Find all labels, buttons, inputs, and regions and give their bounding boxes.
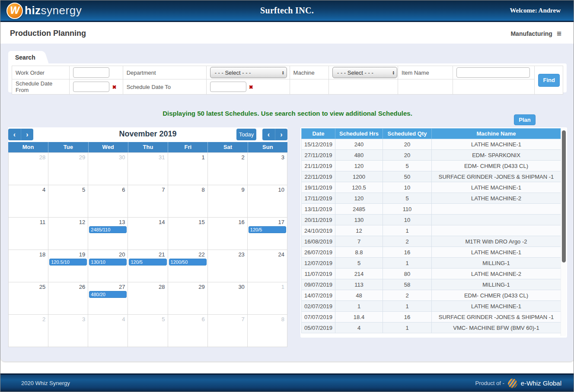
calendar-day-cell[interactable]: 15 <box>168 218 208 250</box>
table-row[interactable]: 27/11/201948020EDM- SPARKONIX <box>302 150 561 161</box>
calendar-prev-button[interactable]: ‹ <box>262 129 275 140</box>
calendar-day-cell[interactable]: 30 <box>208 282 248 315</box>
table-row[interactable]: 26/07/20198.816LATHE MACHINE-1 <box>302 247 561 258</box>
table-row[interactable]: 16/08/201972M1TR With DRO Argo -2 <box>302 236 561 247</box>
calendar-day-cell[interactable]: 19120.5/10 <box>48 250 88 282</box>
calendar-dow-label: Mon <box>8 142 48 152</box>
clear-date-to-icon[interactable]: ✖ <box>249 84 253 90</box>
calendar-day-cell[interactable]: 28 <box>9 153 48 185</box>
schedule-event-bar[interactable]: 120.5/10 <box>49 259 87 266</box>
table-row[interactable]: 12/07/201951MILLING-1 <box>302 258 561 269</box>
table-cell: 12/07/2019 <box>302 258 335 269</box>
table-row[interactable]: 24/10/2019121 <box>302 225 561 236</box>
day-number: 18 <box>9 250 48 258</box>
calendar-day-cell[interactable]: 8 <box>168 185 208 218</box>
calendar-day-cell[interactable]: 1 <box>248 282 287 315</box>
hamburger-menu-icon[interactable]: ≡ <box>557 29 561 38</box>
table-cell: 17/11/2019 <box>302 193 335 204</box>
calendar-day-cell[interactable]: 14 <box>128 218 168 250</box>
calendar-day-cell[interactable]: 10 <box>248 185 287 218</box>
table-cell <box>432 225 561 236</box>
table-row[interactable]: 11/07/201921480LATHE MACHINE-2 <box>302 269 561 279</box>
calendar-day-cell[interactable]: 25 <box>9 282 48 315</box>
calendar-day-cell[interactable]: 8 <box>248 315 287 347</box>
table-scrollbar-thumb[interactable] <box>562 130 566 262</box>
table-row[interactable]: 07/07/201918.416SURFACE GRINDER -JONES &… <box>302 312 561 322</box>
table-cell: LATHE MACHINE-1 <box>432 182 561 193</box>
schedule-event-bar[interactable]: 120/5 <box>129 259 166 266</box>
table-scrollbar-track[interactable] <box>561 128 566 336</box>
department-select[interactable]: - - - Select - - - ▴▾ <box>210 67 287 78</box>
calendar-day-cell[interactable]: 6 <box>88 185 128 218</box>
machine-label: Machine <box>290 66 328 79</box>
calendar-day-cell[interactable]: 6 <box>168 315 208 347</box>
calendar-day-cell[interactable]: 4 <box>9 185 48 218</box>
table-cell: 5 <box>383 161 432 171</box>
calendar-day-cell[interactable]: 4 <box>88 315 128 347</box>
tab-search[interactable]: Search <box>8 51 41 64</box>
table-row[interactable]: 20/11/201913010 <box>302 215 561 225</box>
work-order-input[interactable] <box>73 67 109 78</box>
calendar-day-cell[interactable]: 7 <box>208 315 248 347</box>
table-row[interactable]: 05/07/201941VMC- MACHINE BFW (BMV 60)-1 <box>302 322 561 333</box>
calendar-day-cell[interactable]: 11 <box>9 218 48 250</box>
table-row[interactable]: 15/12/201924020LATHE MACHINE-1 <box>302 139 561 150</box>
schedule-event-bar[interactable]: 120/5 <box>249 226 286 233</box>
calendar-day-cell[interactable]: 31 <box>128 153 168 185</box>
schedule-date-to-input[interactable] <box>210 82 246 92</box>
table-row[interactable]: 22/11/2019120050SURFACE GRINDER -JONES &… <box>302 171 561 182</box>
table-row[interactable]: 02/07/201911LATHE MACHINE-1 <box>302 301 561 312</box>
calendar-day-cell[interactable]: 27480/20 <box>88 282 128 315</box>
calendar-day-cell[interactable]: 20130/10 <box>88 250 128 282</box>
calendar-day-cell[interactable]: 5 <box>48 185 88 218</box>
calendar-day-cell[interactable]: 3 <box>248 153 287 185</box>
calendar-day-cell[interactable]: 221200/50 <box>168 250 208 282</box>
table-row[interactable]: 21/11/20191205EDM- CHMER (D433 CL) <box>302 161 561 171</box>
clear-date-from-icon[interactable]: ✖ <box>112 84 116 90</box>
schedule-event-bar[interactable]: 2485/110 <box>89 226 127 233</box>
calendar-day-cell[interactable]: 21120/5 <box>128 250 168 282</box>
schedule-event-bar[interactable]: 480/20 <box>89 291 127 298</box>
module-menu[interactable]: Manufacturing ≡ <box>510 29 561 38</box>
calendar-day-cell[interactable]: 16 <box>208 218 248 250</box>
calendar-today-button[interactable]: Today <box>236 129 256 140</box>
calendar-day-cell[interactable]: 132485/110 <box>88 218 128 250</box>
calendar-day-cell[interactable]: 9 <box>208 185 248 218</box>
calendar-day-cell[interactable]: 2 <box>208 153 248 185</box>
calendar-day-cell[interactable]: 29 <box>48 153 88 185</box>
table-row[interactable]: 19/11/2019120.510LATHE MACHINE-1 <box>302 182 561 193</box>
day-number: 29 <box>48 153 88 161</box>
plan-button[interactable]: Plan <box>514 114 536 125</box>
table-row[interactable]: 09/07/201911358MILLING-1 <box>302 279 561 290</box>
machine-select[interactable]: - - - Select - - - ▴▾ <box>332 67 397 78</box>
schedule-event-bar[interactable]: 130/10 <box>89 259 127 266</box>
table-row[interactable]: 13/11/20192485110 <box>302 204 561 215</box>
schedule-date-from-input[interactable] <box>73 82 109 92</box>
day-number: 2 <box>208 153 247 161</box>
calendar-day-cell[interactable]: 5 <box>128 315 168 347</box>
schedule-event-bar[interactable]: 1200/50 <box>169 259 207 266</box>
calendar-day-cell[interactable]: 3 <box>48 315 88 347</box>
calendar-day-cell[interactable]: 17120/5 <box>248 218 287 250</box>
day-number: 12 <box>48 218 88 225</box>
calendar-day-cell[interactable]: 28 <box>128 282 168 315</box>
calendar-day-cell[interactable]: 2 <box>9 315 48 347</box>
calendar-next-button[interactable]: › <box>275 129 287 140</box>
find-button[interactable]: Find <box>538 74 560 87</box>
table-row[interactable]: 14/07/2019482EDM- CHMER (D433 CL) <box>302 290 561 301</box>
calendar-day-cell[interactable]: 23 <box>208 250 248 282</box>
table-row[interactable]: 17/11/20191205LATHE MACHINE-2 <box>302 193 561 204</box>
calendar-day-cell[interactable]: 7 <box>128 185 168 218</box>
table-cell: LATHE MACHINE-1 <box>432 301 561 312</box>
day-number: 23 <box>208 250 247 258</box>
day-number: 4 <box>9 185 48 193</box>
item-name-input[interactable] <box>456 67 530 78</box>
table-cell: M1TR With DRO Argo -2 <box>432 236 561 247</box>
calendar-day-cell[interactable]: 24 <box>248 250 287 282</box>
calendar-day-cell[interactable]: 30 <box>88 153 128 185</box>
calendar-day-cell[interactable]: 18 <box>9 250 48 282</box>
calendar-day-cell[interactable]: 1 <box>168 153 208 185</box>
calendar-day-cell[interactable]: 12 <box>48 218 88 250</box>
calendar-day-cell[interactable]: 26 <box>48 282 88 315</box>
calendar-day-cell[interactable]: 29 <box>168 282 208 315</box>
